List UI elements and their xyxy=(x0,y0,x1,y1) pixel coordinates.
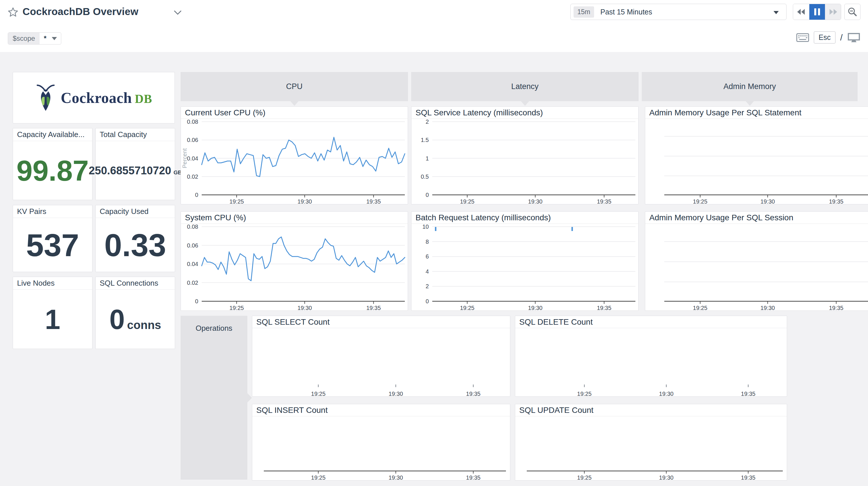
fast-forward-button[interactable] xyxy=(825,4,841,20)
x-tick-label: 19:30 xyxy=(761,198,775,205)
spike-mark xyxy=(435,227,436,231)
pause-icon xyxy=(814,8,820,16)
chart-plot: 19:2519:3019:35 xyxy=(645,224,868,311)
scope-variable-select[interactable]: $scope * xyxy=(8,32,61,45)
stat-value: 0.33 xyxy=(104,229,166,261)
chart-plot: 19:2519:3019:35 xyxy=(252,328,510,397)
x-tick-label: 19:35 xyxy=(466,475,480,481)
group-label: Latency xyxy=(511,82,538,91)
stat-widget-live_nodes[interactable]: Live Nodes1 xyxy=(13,277,92,349)
stat-widget-capacity_available[interactable]: Capacity Available...99.87 xyxy=(13,128,92,200)
stat-value: 99.87 xyxy=(17,156,89,185)
stat-title: SQL Connections xyxy=(96,277,175,290)
pause-button[interactable] xyxy=(809,4,825,20)
y-tick-label: 0 xyxy=(195,298,198,305)
keyboard-icon[interactable] xyxy=(796,33,809,42)
x-tick-label: 19:35 xyxy=(829,305,843,311)
stat-unit: conns xyxy=(127,319,161,331)
chart-title: System CPU (%) xyxy=(181,211,408,224)
stat-body: 0conns xyxy=(96,290,175,349)
x-tick-label: 19:35 xyxy=(829,198,843,205)
chart-plot: 19:2519:3019:35 xyxy=(515,416,787,481)
stat-body: 99.87 xyxy=(13,141,92,200)
group-notch xyxy=(290,101,299,106)
stat-value: 250.6855710720 xyxy=(89,165,171,176)
stat-value: 1 xyxy=(45,306,60,333)
y-tick-label: 2 xyxy=(426,283,429,289)
zoom-out-icon xyxy=(847,7,857,17)
chart-admin_memory_session[interactable]: Admin Memory Usage Per SQL Session19:251… xyxy=(645,211,868,311)
y-tick-label: 8 xyxy=(426,238,429,245)
y-tick-label: 1.5 xyxy=(421,137,429,143)
group-notch xyxy=(521,101,529,106)
dropdown-caret-icon xyxy=(774,11,779,14)
zoom-out-button[interactable] xyxy=(844,4,861,20)
dropdown-caret-icon xyxy=(52,37,57,40)
esc-button[interactable]: Esc xyxy=(814,31,836,44)
y-tick-label: 1 xyxy=(426,155,429,162)
shortcut-bar: Esc / xyxy=(796,31,861,44)
chart-title: Admin Memory Usage Per SQL Session xyxy=(645,211,868,224)
chevron-down-icon[interactable] xyxy=(174,10,182,16)
group-header-admin-memory[interactable]: Admin Memory xyxy=(642,72,858,101)
x-tick-label: 19:35 xyxy=(366,198,381,205)
chart-cpu_user[interactable]: Current User CPU (%)0.080.060.040.020Per… xyxy=(181,106,408,204)
x-tick-label: 19:25 xyxy=(311,475,326,481)
y-tick-label: 0.04 xyxy=(187,155,198,162)
chart-sql_update[interactable]: SQL UPDATE Count19:2519:3019:35 xyxy=(515,404,787,481)
chart-plot: 19:2519:3019:35 xyxy=(645,119,868,205)
chart-title: Current User CPU (%) xyxy=(181,107,408,119)
x-tick-label: 19:35 xyxy=(466,391,480,397)
chart-cpu_system[interactable]: System CPU (%)0.080.060.040.02019:2519:3… xyxy=(181,211,408,311)
stat-body: 537 xyxy=(13,218,92,272)
x-tick-label: 19:30 xyxy=(389,391,403,397)
group-header-latency[interactable]: Latency xyxy=(411,72,639,101)
stat-widget-capacity_used[interactable]: Capacity Used0.33 xyxy=(95,205,175,272)
rewind-button[interactable] xyxy=(793,4,809,20)
x-tick-label: 19:25 xyxy=(460,198,474,205)
x-tick-label: 19:35 xyxy=(741,391,755,397)
time-range-picker[interactable]: 15m Past 15 Minutes xyxy=(570,4,786,20)
x-tick-label: 19:30 xyxy=(528,305,542,311)
spike-mark xyxy=(571,227,573,231)
y-tick-label: 0.08 xyxy=(187,224,198,230)
chart-sql_select[interactable]: SQL SELECT Count19:2519:3019:35 xyxy=(252,316,510,397)
x-tick-label: 19:25 xyxy=(693,305,707,311)
x-tick-label: 19:25 xyxy=(229,305,244,311)
time-range-label: Past 15 Minutes xyxy=(600,8,652,16)
y-tick-label: 0.04 xyxy=(187,261,198,267)
chart-plot: 19:2519:3019:35 xyxy=(515,328,787,397)
y-tick-label: 0.02 xyxy=(187,173,198,180)
x-tick-label: 19:30 xyxy=(297,305,312,311)
stat-widget-total_capacity[interactable]: Total Capacity250.6855710720GB xyxy=(95,128,175,200)
chart-plot: 0.080.060.040.02019:2519:3019:35 xyxy=(181,224,408,311)
y-tick-label: 0 xyxy=(426,192,429,198)
chart-title: Admin Memory Usage Per SQL Statement xyxy=(645,107,868,119)
stat-title: Capacity Available... xyxy=(13,128,92,141)
x-tick-label: 19:30 xyxy=(761,305,775,311)
y-tick-label: 2 xyxy=(426,119,429,125)
chart-batch_request_latency[interactable]: Batch Request Latency (milliseconds)1086… xyxy=(411,211,639,311)
group-header-cpu[interactable]: CPU xyxy=(181,72,408,101)
stat-widget-kv_pairs[interactable]: KV Pairs537 xyxy=(13,205,92,272)
chart-admin_memory_statement[interactable]: Admin Memory Usage Per SQL Statement19:2… xyxy=(645,106,868,204)
logo-widget[interactable]: CockroachDB xyxy=(13,72,175,123)
stat-body: 250.6855710720GB xyxy=(96,141,175,200)
group-notch xyxy=(247,393,252,403)
chart-sql_insert[interactable]: SQL INSERT Count19:2519:3019:35 xyxy=(252,404,510,481)
x-tick-label: 19:25 xyxy=(311,391,326,397)
fast-forward-icon xyxy=(829,8,837,15)
template-variable-bar: $scope * Esc / xyxy=(0,26,868,52)
logo-wordmark: CockroachDB xyxy=(61,89,152,106)
tv-mode-icon[interactable] xyxy=(847,32,861,43)
x-tick-label: 19:25 xyxy=(577,391,591,397)
stat-value: 0 xyxy=(109,306,125,333)
group-header-operations[interactable]: Operations xyxy=(181,316,247,480)
stat-body: 0.33 xyxy=(96,218,175,272)
chart-sql_service_latency[interactable]: SQL Service Latency (milliseconds)21.510… xyxy=(411,106,639,204)
favorite-star-icon[interactable] xyxy=(7,7,19,18)
x-tick-label: 19:35 xyxy=(597,305,612,311)
chart-sql_delete[interactable]: SQL DELETE Count19:2519:3019:35 xyxy=(515,316,787,397)
stat-title: Capacity Used xyxy=(96,205,175,218)
stat-widget-sql_connections[interactable]: SQL Connections0conns xyxy=(95,277,175,349)
